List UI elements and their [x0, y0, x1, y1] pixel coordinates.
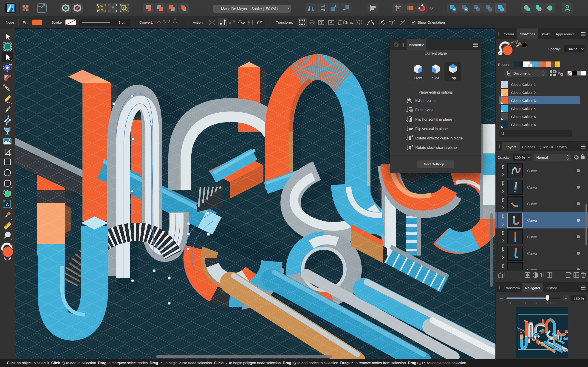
- svg-text:Mario De Meyer – Snake (150.0%: Mario De Meyer – Snake (150.0%): [221, 7, 278, 11]
- svg-text:Swatches: Swatches: [520, 32, 535, 36]
- svg-text:+: +: [556, 70, 557, 73]
- svg-text:Curve: Curve: [527, 235, 537, 239]
- svg-text:Global Colour 2: Global Colour 2: [511, 91, 536, 94]
- svg-text:Layers: Layers: [506, 145, 517, 149]
- svg-text:Current plane: Current plane: [425, 51, 447, 55]
- svg-text:Curve: Curve: [527, 202, 537, 206]
- svg-text:Curve: Curve: [527, 252, 537, 256]
- svg-text:Opacity:: Opacity:: [498, 156, 510, 159]
- svg-text:Stroke: Stroke: [52, 20, 62, 24]
- svg-text:Curve: Curve: [527, 186, 537, 190]
- svg-text:Global Colour 1: Global Colour 1: [511, 83, 536, 86]
- svg-text:Action:: Action:: [193, 20, 204, 24]
- svg-text:Brushes: Brushes: [522, 145, 535, 149]
- svg-text:Flip vertical in plane: Flip vertical in plane: [415, 127, 448, 131]
- svg-text:Stroke: Stroke: [540, 32, 551, 36]
- svg-text:Rotate anticlockwise in plane: Rotate anticlockwise in plane: [415, 136, 463, 140]
- svg-text:Show Orientation: Show Orientation: [418, 20, 445, 24]
- svg-text:Document: Document: [513, 71, 530, 75]
- svg-text:Transform:: Transform:: [276, 20, 293, 24]
- svg-text:Global Colour 3: Global Colour 3: [511, 99, 536, 102]
- svg-text:Appearance: Appearance: [556, 32, 575, 36]
- svg-text:Curve: Curve: [527, 219, 537, 223]
- svg-text:Flip horizontal in plane: Flip horizontal in plane: [415, 117, 452, 121]
- svg-text:Snap:: Snap:: [345, 20, 355, 24]
- svg-text:Colour: Colour: [504, 32, 514, 36]
- svg-text:Front: Front: [414, 76, 422, 80]
- svg-text:100 %: 100 %: [515, 156, 525, 159]
- svg-text:Isometric: Isometric: [409, 43, 424, 47]
- svg-text:Grid Settings...: Grid Settings...: [424, 162, 448, 166]
- svg-text:Fill:: Fill:: [23, 20, 28, 24]
- svg-text:Rotate clockwise in plane: Rotate clockwise in plane: [415, 146, 457, 150]
- svg-text:100 %: 100 %: [567, 47, 577, 51]
- svg-text:Node: Node: [6, 20, 14, 24]
- svg-text:Styles: Styles: [557, 145, 567, 149]
- svg-text:Fit to plane: Fit to plane: [415, 108, 433, 112]
- svg-text:Recent:: Recent:: [498, 63, 510, 67]
- svg-text:Side: Side: [432, 76, 439, 80]
- svg-text:Convert:: Convert:: [139, 20, 153, 24]
- svg-text:Navigator: Navigator: [525, 286, 540, 290]
- svg-text:Top: Top: [450, 76, 456, 80]
- svg-text:A: A: [6, 202, 9, 207]
- svg-text:Curve: Curve: [527, 169, 537, 173]
- svg-text:Edit in plane: Edit in plane: [415, 99, 435, 102]
- svg-text:Quick FX: Quick FX: [539, 145, 553, 149]
- svg-text:Normal: Normal: [536, 156, 548, 159]
- svg-text:Global Colour 5: Global Colour 5: [511, 115, 536, 119]
- svg-text:Opacity:: Opacity:: [548, 47, 561, 51]
- svg-text:3 pt: 3 pt: [119, 20, 125, 24]
- svg-text:150 %: 150 %: [574, 297, 584, 300]
- svg-text:Transform: Transform: [504, 286, 520, 290]
- svg-text:*: *: [288, 7, 289, 11]
- svg-text:History: History: [546, 286, 557, 290]
- svg-text:Plane editing options: Plane editing options: [419, 90, 453, 94]
- svg-text:+: +: [453, 7, 455, 11]
- svg-text:Global Colour 4: Global Colour 4: [511, 107, 536, 110]
- svg-text:Global Colour 6: Global Colour 6: [511, 123, 536, 127]
